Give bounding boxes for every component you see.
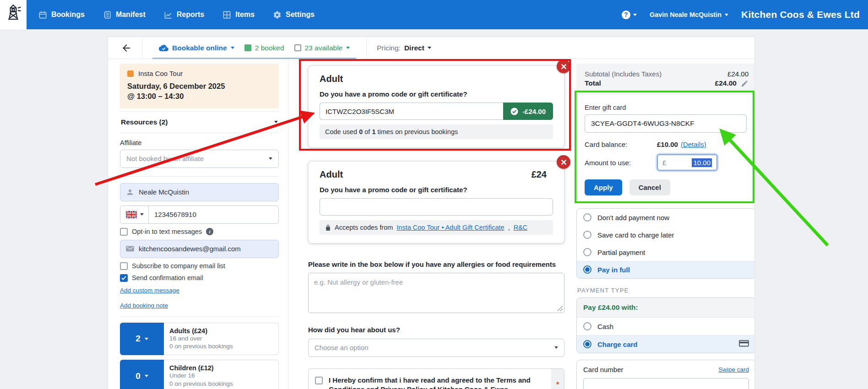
check-icon xyxy=(121,276,126,280)
info-icon[interactable]: i xyxy=(206,228,213,235)
affiliate-value: Not booked by an affiliate xyxy=(126,155,204,162)
help-icon: ? xyxy=(622,11,630,19)
nav-settings[interactable]: Settings xyxy=(273,11,315,19)
availability-group: Bookable online 2 booked 23 available xyxy=(152,37,356,59)
discount-applied-badge[interactable]: -£24.00 xyxy=(503,103,553,120)
back-button[interactable] xyxy=(121,43,132,54)
affiliate-select[interactable]: Not booked by an affiliate xyxy=(120,150,279,168)
order-summary: Subtotal (Includes Taxes) £24.00 Total £… xyxy=(576,64,755,95)
radio-selected-icon xyxy=(583,340,591,348)
promo-code-input[interactable] xyxy=(320,103,503,120)
cloud-check-icon xyxy=(159,44,168,51)
option-dont-add-payment[interactable]: Don't add payment now xyxy=(577,209,755,226)
top-nav: Bookings Manifest Reports Items Settings… xyxy=(0,0,868,29)
gift-card-label: Enter gift card xyxy=(585,104,747,111)
bookable-online-dropdown[interactable]: Bookable online xyxy=(159,44,234,52)
gift-card-section: Enter gift card Card balance: £10.00 (De… xyxy=(576,95,755,205)
chevron-down-icon xyxy=(145,375,148,377)
adults-counter: 2 Adults (£24) 16 and over 0 on previous… xyxy=(120,323,279,356)
promo-code-input[interactable] xyxy=(320,198,553,216)
cancel-button[interactable]: Cancel xyxy=(629,179,670,195)
payment-type-header: PAYMENT TYPE xyxy=(577,287,755,294)
allergies-textarea[interactable]: e.g. Nut allergy or gluten-free xyxy=(308,273,564,313)
pricing-dropdown[interactable]: Pricing: Direct xyxy=(377,44,431,52)
event-summary: Insta Coo Tour Saturday, 6 December 2025… xyxy=(120,64,279,108)
tour-name: Insta Coo Tour xyxy=(138,70,183,77)
hear-about-value: Choose an option xyxy=(315,344,369,351)
children-counter: 0 Children (£12) Under 16 0 on previous … xyxy=(120,360,279,389)
gift-card-input[interactable] xyxy=(585,114,747,133)
radio-icon xyxy=(583,248,591,256)
adults-count-stepper[interactable]: 2 xyxy=(120,323,164,356)
card-number-input[interactable] xyxy=(583,378,749,389)
gift-certificate-link[interactable]: Insta Coo Tour • Adult Gift Certificate xyxy=(396,224,504,231)
confirmation-row: Send confirmation email xyxy=(120,274,279,282)
optin-label: Opt-in to text messages xyxy=(132,228,202,235)
amount-value-selected: 10.00 xyxy=(692,158,712,167)
customer-name-field[interactable]: Neale McQuistin xyxy=(120,183,279,201)
rc-link[interactable]: R&C xyxy=(514,224,528,231)
payment-timing-options: Don't add payment now Save card to charg… xyxy=(576,208,755,279)
guest-type-title: Adult xyxy=(320,74,553,84)
remove-guest-button[interactable] xyxy=(557,59,570,73)
add-booking-note-link[interactable]: Add booking note xyxy=(120,302,168,309)
availability-toolbar: Bookable online 2 booked 23 available Pr… xyxy=(108,37,754,59)
resources-label: Resources (2) xyxy=(121,118,168,126)
amount-input[interactable]: £ 10.00 xyxy=(657,154,717,171)
remove-guest-button[interactable] xyxy=(557,155,570,169)
option-pay-in-full[interactable]: Pay in full xyxy=(577,261,755,278)
email-field[interactable]: kitchencoosandewes@gmail.com xyxy=(120,240,279,258)
apply-button[interactable]: Apply xyxy=(585,179,622,195)
customer-name-value: Neale McQuistin xyxy=(139,188,189,196)
guest-counters: 2 Adults (£24) 16 and over 0 on previous… xyxy=(120,317,279,389)
chevron-down-icon xyxy=(145,338,148,340)
phone-field[interactable]: 12345678910 xyxy=(120,205,279,224)
bookable-online-label: Bookable online xyxy=(172,44,227,52)
option-save-card[interactable]: Save card to charge later xyxy=(577,226,755,243)
chevron-down-icon xyxy=(725,14,728,16)
subscribe-checkbox[interactable] xyxy=(120,262,128,270)
add-custom-message-link[interactable]: Add custom message xyxy=(120,287,179,294)
nav-manifest[interactable]: Manifest xyxy=(103,11,146,19)
children-count-stepper[interactable]: 0 xyxy=(120,360,164,389)
company-name[interactable]: Kitchen Coos & Ewes Ltd xyxy=(741,9,860,20)
method-charge-card[interactable]: Charge card xyxy=(577,335,755,353)
hear-about-select[interactable]: Choose an option xyxy=(308,339,564,357)
available-dropdown[interactable]: 23 available xyxy=(294,44,350,52)
check-circle-icon xyxy=(510,108,518,115)
nav-reports[interactable]: Reports xyxy=(164,11,204,19)
promo-question: Do you have a promo code or gift certifi… xyxy=(320,90,553,98)
affiliate-label: Affiliate xyxy=(120,139,279,146)
method-cash[interactable]: Cash xyxy=(577,318,755,335)
person-icon xyxy=(120,188,139,196)
radio-icon xyxy=(583,322,591,330)
resources-expander[interactable]: Resources (2) xyxy=(120,111,279,133)
booked-count: 2 booked xyxy=(244,44,284,52)
booked-square-icon xyxy=(244,44,251,51)
affiliate-section: Affiliate Not booked by an affiliate xyxy=(120,133,279,177)
fareharbor-logo[interactable] xyxy=(0,0,27,29)
chevron-down-icon xyxy=(274,121,278,123)
details-link[interactable]: (Details) xyxy=(681,140,706,148)
event-color-icon xyxy=(127,70,134,77)
help-menu[interactable]: ? xyxy=(622,11,637,19)
card-balance-label: Card balance: xyxy=(585,140,657,148)
optin-checkbox[interactable] xyxy=(120,228,128,236)
swipe-card-link[interactable]: Swipe card xyxy=(718,366,749,373)
terms-checkbox[interactable] xyxy=(315,377,323,384)
edit-pencil-icon[interactable] xyxy=(741,80,749,87)
hear-about-label: How did you hear about us? xyxy=(308,325,564,335)
app-screen: Bookings Manifest Reports Items Settings… xyxy=(0,0,868,389)
pay-with-header: Pay £24.00 with: xyxy=(577,298,755,318)
amount-to-use-row: Amount to use: £ 10.00 xyxy=(585,154,747,171)
nav-bookings[interactable]: Bookings xyxy=(38,11,85,19)
country-code-select[interactable] xyxy=(120,206,149,223)
radio-selected-icon xyxy=(583,265,591,274)
confirmation-checkbox[interactable] xyxy=(120,274,128,282)
radio-icon xyxy=(583,213,591,222)
nav-items-tab[interactable]: Items xyxy=(222,11,255,19)
terms-confirmation-box: I Hereby confirm that i have read and ag… xyxy=(308,368,564,389)
nav-settings-label: Settings xyxy=(286,11,315,19)
user-menu[interactable]: Gavin Neale McQuistin xyxy=(650,11,728,18)
option-partial-payment[interactable]: Partial payment xyxy=(577,243,755,261)
